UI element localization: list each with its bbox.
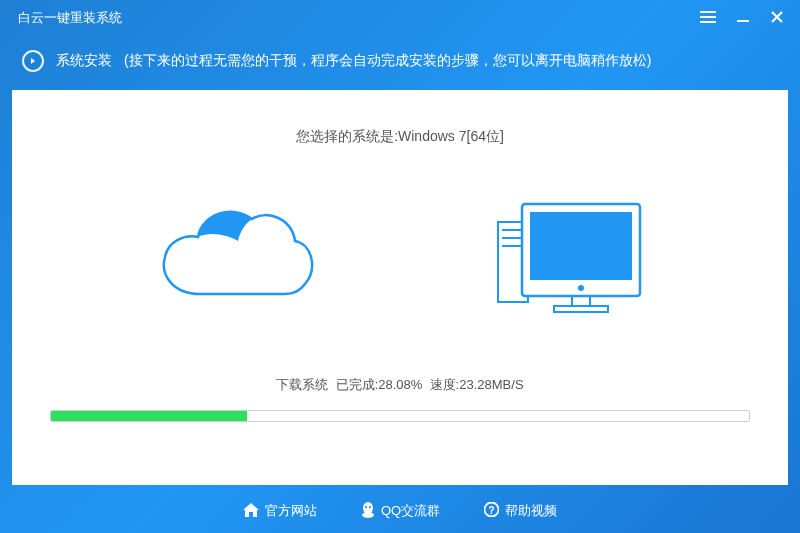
- official-site-link[interactable]: 官方网站: [243, 502, 317, 520]
- qq-group-link[interactable]: QQ交流群: [361, 502, 440, 521]
- svg-point-11: [365, 506, 367, 508]
- svg-point-6: [578, 285, 584, 291]
- close-icon[interactable]: [770, 10, 784, 27]
- progress-completed-value: 28.08%: [378, 377, 422, 392]
- instruction-title: 系统安装: [56, 52, 112, 70]
- progress-completed-label: 已完成:: [336, 377, 379, 392]
- home-icon: [243, 503, 259, 520]
- app-name-label: 白云一键重装系统: [18, 9, 122, 27]
- step-indicator-icon: [22, 50, 44, 72]
- qq-group-label: QQ交流群: [381, 502, 440, 520]
- progress-bar: [50, 410, 750, 422]
- svg-rect-5: [530, 212, 632, 280]
- help-icon: ?: [484, 502, 499, 520]
- selected-system-label: 您选择的系统是:: [296, 128, 398, 144]
- instruction-message: (接下来的过程无需您的干预，程序会自动完成安装的步骤，您可以离开电脑稍作放松): [124, 52, 651, 70]
- svg-rect-7: [572, 296, 590, 306]
- main-panel: 您选择的系统是:Windows 7[64位] 下载系统 已完成:28: [12, 90, 788, 485]
- instruction-bar: 系统安装 (接下来的过程无需您的干预，程序会自动完成安装的步骤，您可以离开电脑稍…: [0, 36, 800, 90]
- progress-fill: [51, 411, 247, 421]
- computer-icon: [480, 194, 650, 328]
- official-site-label: 官方网站: [265, 502, 317, 520]
- help-video-label: 帮助视频: [505, 502, 557, 520]
- progress-action: 下载系统: [276, 377, 328, 392]
- svg-rect-8: [554, 306, 608, 312]
- selected-system-value: Windows 7[64位]: [398, 128, 504, 144]
- window-controls: [700, 10, 784, 27]
- minimize-icon[interactable]: [736, 10, 750, 27]
- svg-text:?: ?: [489, 505, 495, 516]
- titlebar: 白云一键重装系统: [0, 0, 800, 36]
- progress-speed-value: 23.28MB/S: [459, 377, 523, 392]
- svg-point-12: [369, 506, 371, 508]
- cloud-icon: [150, 199, 320, 323]
- app-title: 白云一键重装系统: [18, 9, 122, 27]
- illustration-row: [12, 196, 788, 326]
- svg-point-10: [362, 512, 374, 518]
- progress-speed-label: 速度:: [430, 377, 460, 392]
- selected-system-row: 您选择的系统是:Windows 7[64位]: [296, 128, 504, 146]
- progress-text: 下载系统 已完成:28.08% 速度:23.28MB/S: [276, 376, 523, 394]
- footer: 官方网站 QQ交流群 ? 帮助视频: [0, 489, 800, 533]
- help-video-link[interactable]: ? 帮助视频: [484, 502, 557, 520]
- qq-icon: [361, 502, 375, 521]
- menu-icon[interactable]: [700, 11, 716, 26]
